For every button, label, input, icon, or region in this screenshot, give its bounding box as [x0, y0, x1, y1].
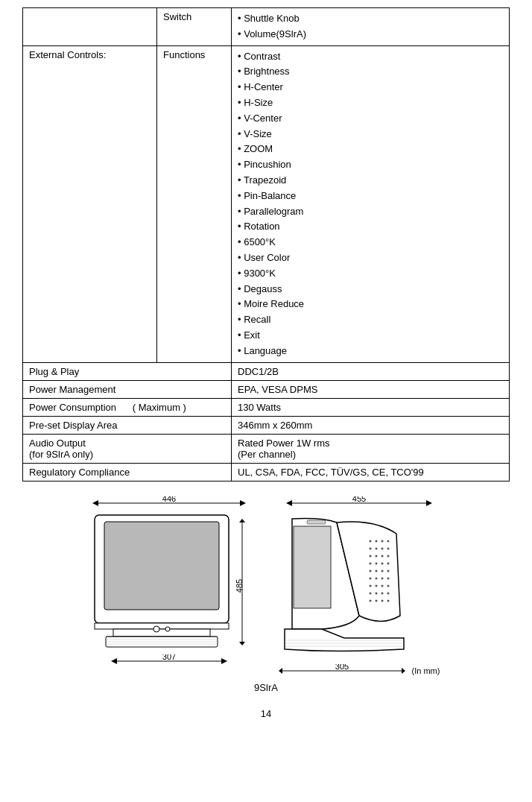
table-row-display-area: Pre-set Display Area 346mm x 260mm: [23, 416, 510, 434]
list-item: Shuttle Knob: [238, 11, 503, 27]
list-item: Trapezoid: [238, 173, 503, 189]
svg-point-10: [153, 626, 159, 632]
list-item: Degauss: [238, 282, 503, 297]
list-item: Moire Reduce: [238, 297, 503, 312]
svg-marker-69: [279, 668, 282, 674]
svg-text:485: 485: [235, 578, 244, 592]
svg-rect-27: [294, 526, 331, 608]
cell-display-area-value: 346mm x 260mm: [232, 416, 510, 434]
svg-point-57: [376, 592, 378, 594]
cell-plug-play-label: Plug & Play: [23, 362, 232, 380]
cell-power-consumption-label: Power Consumption ( Maximum ): [23, 398, 232, 416]
specs-table: Switch Shuttle Knob Volume(9SlrA) Extern…: [22, 7, 510, 481]
svg-point-34: [381, 547, 384, 549]
list-item: V-Size: [238, 127, 503, 142]
svg-point-46: [381, 569, 384, 572]
svg-point-53: [376, 584, 378, 587]
svg-marker-16: [239, 519, 245, 522]
svg-point-43: [387, 562, 390, 564]
svg-marker-70: [402, 668, 405, 674]
cell-audio-output-label: Audio Output(for 9SlrA only): [23, 434, 232, 463]
svg-point-48: [370, 577, 372, 579]
cell-power-consumption-value: 130 Watts: [232, 398, 510, 416]
svg-text:307: 307: [162, 654, 176, 661]
list-item: Volume(9SlrA): [238, 27, 503, 42]
list-item: Pincushion: [238, 157, 503, 173]
diagrams-section: 446: [22, 496, 510, 678]
cell-regulatory-value: UL, CSA, FDA, FCC, TÜV/GS, CE, TCO'99: [232, 463, 510, 481]
svg-point-44: [370, 569, 372, 572]
svg-point-28: [370, 540, 372, 542]
svg-rect-7: [113, 629, 210, 637]
svg-marker-17: [239, 642, 245, 645]
svg-point-55: [387, 584, 390, 587]
svg-marker-20: [111, 658, 117, 664]
cell-power-mgmt-value: EPA, VESA DPMS: [232, 380, 510, 398]
svg-marker-21: [221, 658, 227, 664]
svg-rect-5: [104, 522, 219, 610]
list-item: Recall: [238, 312, 503, 328]
svg-point-45: [376, 569, 378, 572]
svg-point-32: [370, 547, 372, 549]
svg-marker-1: [92, 500, 98, 506]
monitor-side-svg: [277, 511, 426, 660]
svg-point-39: [387, 555, 390, 557]
svg-point-59: [387, 592, 390, 594]
front-width-arrow: 446: [91, 496, 247, 510]
list-item: Brightness: [238, 64, 503, 80]
svg-point-31: [387, 540, 390, 542]
svg-point-41: [376, 562, 378, 564]
svg-point-49: [376, 577, 378, 579]
svg-point-60: [370, 599, 372, 602]
cell-power-mgmt-label: Power Management: [23, 380, 232, 398]
svg-point-30: [381, 540, 384, 542]
list-item: Exit: [238, 328, 503, 344]
cell-audio-output-value: Rated Power 1W rms(Per channel): [232, 434, 510, 463]
list-item: Language: [238, 344, 503, 359]
table-row-external-controls: External Controls: Functions Contrast Br…: [23, 45, 510, 362]
svg-point-40: [370, 562, 372, 564]
svg-marker-2: [240, 500, 246, 506]
table-row-power-consumption: Power Consumption ( Maximum ) 130 Watts: [23, 398, 510, 416]
svg-point-50: [381, 577, 384, 579]
svg-point-58: [381, 592, 384, 594]
svg-point-35: [387, 547, 390, 549]
svg-point-42: [381, 562, 384, 564]
model-label: 9SlrA: [22, 682, 510, 693]
table-row-regulatory: Regulatory Compliance UL, CSA, FDA, FCC,…: [23, 463, 510, 481]
cell-functions-list: Contrast Brightness H-Center H-Size V-Ce…: [232, 45, 510, 362]
front-base-arrow: 307: [110, 654, 229, 668]
svg-point-29: [376, 540, 378, 542]
svg-marker-24: [286, 500, 292, 506]
cell-switch: Switch: [157, 8, 232, 46]
svg-text:305: 305: [335, 664, 348, 671]
svg-point-63: [387, 599, 390, 602]
cell-switch-values: Shuttle Knob Volume(9SlrA): [232, 8, 510, 46]
table-row-power-mgmt: Power Management EPA, VESA DPMS: [23, 380, 510, 398]
list-item: H-Size: [238, 95, 503, 111]
monitor-front-svg: [91, 511, 232, 653]
svg-marker-25: [426, 500, 432, 506]
cell-plug-play-value: DDC1/2B: [232, 362, 510, 380]
list-item: Pin-Balance: [238, 189, 503, 204]
svg-text:446: 446: [162, 496, 176, 503]
side-base-arrow: 305: [279, 664, 409, 678]
cell-functions-label: Functions: [157, 45, 232, 362]
svg-point-52: [370, 584, 372, 587]
page-number: 14: [22, 708, 510, 719]
in-mm-label: (In mm): [412, 666, 440, 675]
list-item: H-Center: [238, 80, 503, 95]
list-item: User Color: [238, 250, 503, 266]
list-item: Contrast: [238, 49, 503, 65]
svg-point-37: [376, 555, 378, 557]
svg-point-54: [381, 584, 384, 587]
cell-regulatory-label: Regulatory Compliance: [23, 463, 232, 481]
list-item: ZOOM: [238, 142, 503, 157]
cell-external-controls-label: External Controls:: [23, 45, 157, 362]
list-item: V-Center: [238, 111, 503, 127]
list-item: 9300°K: [238, 266, 503, 282]
list-item: 6500°K: [238, 235, 503, 250]
table-row-audio-output: Audio Output(for 9SlrA only) Rated Power…: [23, 434, 510, 463]
svg-point-47: [387, 569, 390, 572]
svg-point-38: [381, 555, 384, 557]
